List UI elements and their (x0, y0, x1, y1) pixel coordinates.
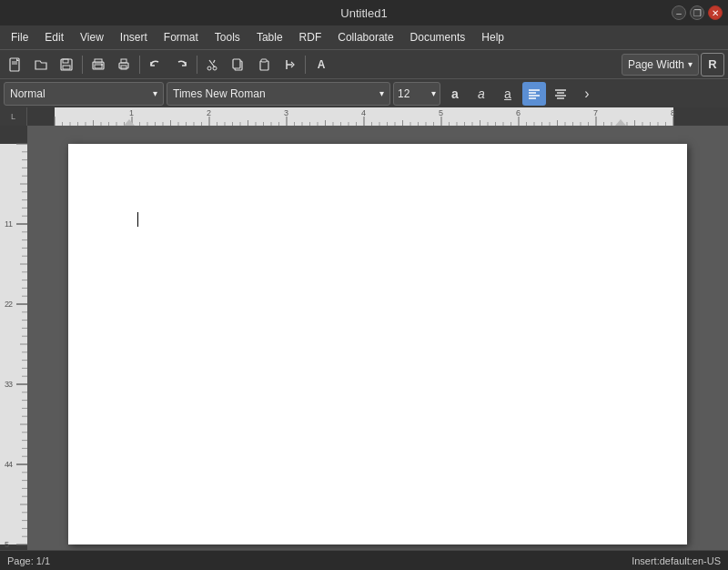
menu-view[interactable]: View (73, 29, 111, 46)
find-icon-label: A (318, 58, 326, 71)
font-size-value: 12 (398, 87, 410, 100)
page-width-label: Page Width (628, 58, 684, 71)
horizontal-ruler (27, 107, 728, 126)
paste-button[interactable] (252, 53, 276, 76)
open-button[interactable] (29, 53, 53, 76)
window-controls: – ❐ ✕ (672, 5, 723, 20)
vertical-ruler (0, 126, 27, 550)
separator3 (197, 56, 197, 74)
underline-icon: a (504, 87, 511, 101)
menu-rdf[interactable]: RDF (292, 29, 329, 46)
menu-table[interactable]: Table (249, 29, 290, 46)
svg-rect-16 (233, 59, 240, 68)
underline-button[interactable]: a (496, 82, 520, 106)
save-button[interactable] (55, 53, 78, 76)
separator2 (139, 56, 140, 74)
svg-rect-8 (95, 65, 102, 68)
new-button[interactable] (4, 53, 27, 76)
italic-button[interactable]: a (470, 82, 493, 106)
restore-button[interactable]: ❐ (690, 5, 704, 20)
svg-rect-18 (261, 59, 267, 62)
menu-collaborate[interactable]: Collaborate (330, 29, 400, 46)
title-bar: Untitled1 – ❐ ✕ (0, 0, 728, 25)
menu-bar: File Edit View Insert Format Tools Table… (0, 25, 728, 49)
cut-button[interactable] (201, 53, 225, 76)
align-left-button[interactable] (522, 82, 546, 106)
more-formatting-button[interactable]: › (575, 82, 599, 106)
ruler-corner[interactable]: L (0, 107, 27, 126)
ruler-container: L (0, 107, 728, 126)
page-width-dropdown[interactable]: Page Width ▾ (622, 54, 699, 76)
paragraph-style-chevron-icon: ▾ (153, 88, 157, 98)
minimize-button[interactable]: – (672, 5, 686, 20)
font-family-dropdown[interactable]: Times New Roman ▾ (167, 82, 390, 106)
menu-documents[interactable]: Documents (403, 29, 473, 46)
text-cursor (137, 212, 138, 227)
main-area (0, 126, 728, 550)
menu-tools[interactable]: Tools (207, 29, 248, 46)
print-button[interactable] (112, 53, 136, 76)
font-family-value: Times New Roman (173, 87, 266, 100)
svg-point-9 (101, 64, 103, 66)
menu-file[interactable]: File (4, 29, 35, 46)
document-page[interactable] (68, 144, 687, 545)
locale-info: Insert:default:en-US (632, 555, 721, 566)
paragraph-style-dropdown[interactable]: Normal ▾ (4, 82, 164, 106)
align-center-button[interactable] (549, 82, 572, 106)
find-button[interactable]: A (309, 53, 333, 76)
separator4 (305, 56, 306, 74)
vertical-ruler-canvas (0, 126, 27, 550)
print-preview-button[interactable] (86, 53, 110, 76)
toolbar2: Normal ▾ Times New Roman ▾ 12 ▾ a a a › (0, 78, 728, 107)
menu-format[interactable]: Format (157, 29, 206, 46)
bold-icon: a (451, 87, 459, 101)
menu-edit[interactable]: Edit (37, 29, 71, 46)
svg-point-13 (207, 66, 211, 70)
ruler-canvas (27, 107, 728, 126)
italic-icon: a (478, 87, 485, 101)
document-area[interactable] (27, 126, 728, 550)
font-family-chevron-icon: ▾ (379, 88, 384, 98)
separator1 (82, 56, 83, 74)
copy-button[interactable] (227, 53, 250, 76)
status-bar: Page: 1/1 Insert:default:en-US (0, 550, 728, 570)
ruler-corner-label: L (11, 112, 15, 121)
font-size-dropdown[interactable]: 12 ▾ (393, 82, 440, 106)
svg-rect-5 (63, 66, 70, 69)
clone-button[interactable] (278, 53, 301, 76)
undo-button[interactable] (144, 53, 167, 76)
window-title: Untitled1 (340, 6, 387, 20)
redo-button[interactable] (169, 53, 193, 76)
toolbar1: A Page Width ▾ R (0, 49, 728, 78)
R-button[interactable]: R (701, 53, 724, 76)
page-info: Page: 1/1 (7, 555, 50, 566)
font-size-chevron-icon: ▾ (431, 88, 436, 98)
menu-help[interactable]: Help (474, 29, 511, 46)
paragraph-style-value: Normal (10, 87, 46, 100)
menu-insert[interactable]: Insert (113, 29, 155, 46)
bold-button[interactable]: a (443, 82, 467, 106)
R-label: R (708, 57, 716, 71)
close-button[interactable]: ✕ (708, 5, 723, 20)
page-width-chevron-icon: ▾ (688, 59, 693, 69)
